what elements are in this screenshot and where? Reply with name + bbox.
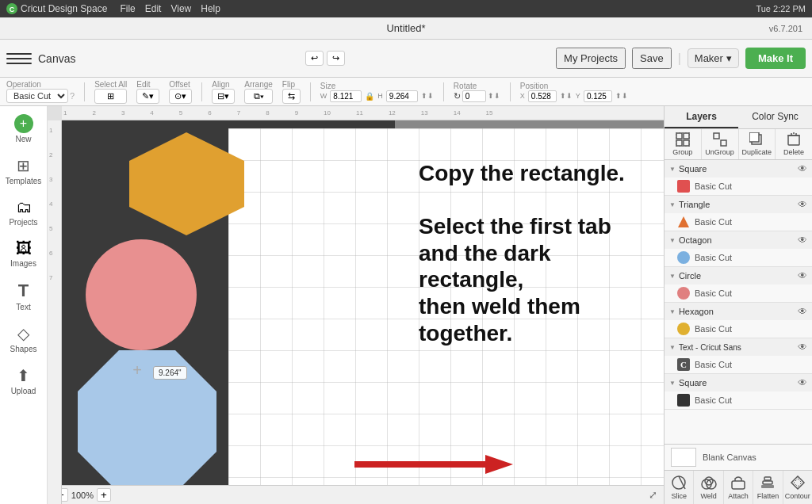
svg-point-21: [672, 476, 685, 489]
weld-button[interactable]: Weld: [694, 471, 723, 504]
menu-bar: C Cricut Design Space File Edit View Hel…: [0, 0, 812, 17]
delete-button[interactable]: Delete: [776, 129, 812, 159]
offset-button[interactable]: ⊙▾: [169, 89, 192, 104]
undo-button[interactable]: ↩: [305, 51, 324, 66]
layer-header-text[interactable]: ▼ Text - Cricut Sans 👁: [665, 338, 812, 356]
hamburger-menu[interactable]: [6, 53, 32, 64]
layer-group-text: ▼ Text - Cricut Sans 👁 C Basic Cut: [665, 338, 812, 374]
contour-button[interactable]: Contour: [783, 471, 812, 504]
select-all-button[interactable]: ⊞: [94, 89, 127, 104]
height-input[interactable]: [386, 90, 418, 102]
svg-marker-20: [678, 216, 689, 227]
layer-name-text: Text - Cricut Sans: [679, 343, 795, 352]
shapes-icon: ◇: [17, 324, 29, 343]
menu-help[interactable]: Help: [201, 3, 220, 14]
sidebar-item-templates[interactable]: ⊞ Templates: [2, 151, 45, 190]
attach-icon: [730, 475, 746, 491]
layer-header-circle[interactable]: ▼ Circle 👁: [665, 267, 812, 284]
zoom-controls[interactable]: − 100% +: [54, 488, 111, 502]
layer-header-square-2[interactable]: ▼ Square 👁: [665, 374, 812, 391]
circle-pink[interactable]: [86, 239, 197, 350]
y-input[interactable]: [584, 90, 612, 102]
make-it-button[interactable]: Make It: [745, 48, 806, 69]
operation-select[interactable]: Basic Cut: [6, 89, 68, 103]
canvas-instruction-text: Copy the rectangle. Select the first tab…: [419, 160, 648, 346]
white-canvas[interactable]: Copy the rectangle. Select the first tab…: [228, 128, 664, 485]
svg-point-25: [705, 477, 713, 485]
svg-rect-11: [714, 133, 719, 139]
group-button[interactable]: Group: [665, 129, 702, 159]
slice-button[interactable]: Slice: [665, 471, 694, 504]
edit-button[interactable]: ✎▾: [136, 89, 159, 104]
menu-view[interactable]: View: [170, 3, 191, 14]
maker-button[interactable]: Maker ▾: [688, 48, 739, 68]
offset-group: Offset ⊙▾: [169, 80, 192, 104]
blank-canvas-label: Blank Canvas: [703, 452, 756, 462]
layer-name-octagon: Octagon: [679, 235, 795, 245]
sidebar-item-upload[interactable]: ⬆ Upload: [2, 361, 45, 400]
sidebar-item-new[interactable]: + New: [2, 109, 45, 148]
width-input[interactable]: [330, 90, 362, 102]
canvas-content[interactable]: Copy the rectangle. Select the first tab…: [62, 120, 664, 485]
x-input[interactable]: [528, 90, 557, 102]
delete-icon: [787, 132, 801, 147]
sidebar-item-images[interactable]: 🖼 Images: [2, 235, 45, 273]
eye-icon-hexagon[interactable]: 👁: [798, 306, 807, 317]
tab-layers[interactable]: Layers: [665, 106, 738, 128]
chevron-icon-square-2: ▼: [669, 380, 676, 387]
canvas-area[interactable]: 1 2 3 4 5 6 7 8 9 10 11 12 13 14 15 1 2 …: [48, 106, 664, 504]
layer-header-octagon[interactable]: ▼ Octagon 👁: [665, 231, 812, 249]
flip-group: Flip ⇆: [282, 80, 301, 104]
menu-items[interactable]: File Edit View Help: [120, 3, 220, 14]
eye-icon-text[interactable]: 👁: [798, 342, 807, 353]
top-toolbar: Canvas ↩ ↪ My Projects Save | Maker ▾ Ma…: [0, 40, 812, 78]
zoom-in-button[interactable]: +: [97, 488, 111, 502]
save-button[interactable]: Save: [632, 48, 672, 69]
sidebar-item-projects[interactable]: 🗂 Projects: [2, 193, 45, 231]
zoom-level: 100%: [71, 491, 94, 500]
layer-item-square-1: Basic Cut: [665, 178, 812, 195]
swatch-hexagon: [677, 323, 690, 335]
layer-name-square-1: Square: [679, 164, 795, 174]
flatten-button[interactable]: Flatten: [753, 471, 783, 504]
redo-button[interactable]: ↪: [327, 51, 345, 66]
attach-button[interactable]: Attach: [724, 471, 753, 504]
rotate-input[interactable]: [462, 90, 486, 102]
layer-header-hexagon[interactable]: ▼ Hexagon 👁: [665, 303, 812, 320]
layer-group-triangle: ▼ Triangle 👁 Basic Cut: [665, 196, 812, 231]
sidebar-item-text[interactable]: T Text: [2, 276, 45, 316]
eye-icon-triangle[interactable]: 👁: [798, 199, 807, 210]
eye-icon-square-1[interactable]: 👁: [798, 163, 807, 174]
menu-edit[interactable]: Edit: [145, 3, 162, 14]
my-projects-button[interactable]: My Projects: [556, 48, 626, 69]
arrange-button[interactable]: ⧉▾: [244, 89, 273, 104]
align-button[interactable]: ⊟▾: [212, 89, 235, 104]
chevron-icon: ▼: [669, 166, 676, 173]
layer-basic-cut-square-1: Basic Cut: [695, 181, 732, 191]
app-logo: C Cricut Design Space: [6, 3, 107, 14]
sidebar-item-shapes[interactable]: ◇ Shapes: [2, 319, 45, 358]
layer-item-square-2: Basic Cut: [665, 391, 812, 409]
scroll-indicator[interactable]: ⤢: [649, 489, 657, 501]
eye-icon-circle[interactable]: 👁: [798, 270, 807, 281]
undo-redo-group[interactable]: ↩ ↪: [305, 51, 345, 66]
cricut-logo-icon: C: [6, 3, 17, 14]
ungroup-button[interactable]: UnGroup: [702, 129, 739, 159]
menu-file[interactable]: File: [120, 3, 135, 14]
layer-header-square-1[interactable]: ▼ Square 👁: [665, 160, 812, 178]
chevron-icon-circle: ▼: [669, 273, 676, 280]
layer-group-hexagon: ▼ Hexagon 👁 Basic Cut: [665, 303, 812, 338]
sidebar-text-label: Text: [16, 303, 30, 311]
crosshair: +: [125, 358, 149, 382]
eye-icon-octagon[interactable]: 👁: [798, 235, 807, 246]
hexagon-yellow[interactable]: [129, 132, 244, 235]
eye-icon-square-2[interactable]: 👁: [798, 377, 807, 388]
operation-group: Operation Basic Cut ?: [6, 80, 75, 103]
tab-color-sync[interactable]: Color Sync: [738, 106, 812, 128]
layer-header-triangle[interactable]: ▼ Triangle 👁: [665, 196, 812, 213]
duplicate-button[interactable]: Duplicate: [739, 129, 776, 159]
operation-help-icon[interactable]: ?: [70, 91, 75, 101]
flip-button[interactable]: ⇆: [282, 89, 301, 104]
position-group: Position X ⬆⬇ Y ⬆⬇: [520, 82, 628, 102]
separator-2: [201, 82, 202, 101]
